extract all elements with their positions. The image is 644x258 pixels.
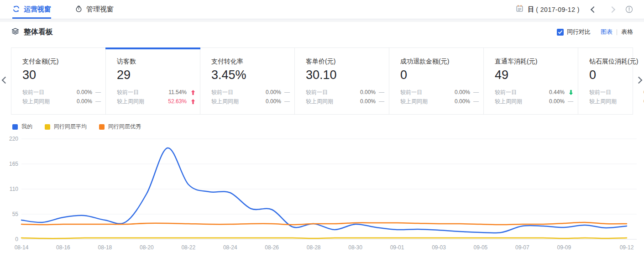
metric-card-ztc-spend[interactable]: 直通车消耗(元) 49 较前一日0.44% 较上周同期0.00%— xyxy=(484,48,578,114)
top-nav: 运营视窗 管理视窗 日 ( 2 xyxy=(0,0,644,19)
operation-window-icon xyxy=(12,5,20,14)
metric-card-conversion-rate[interactable]: 支付转化率 3.45% 较前一日0.00%— 较上周同期0.00%— xyxy=(200,48,295,114)
view-switch-chart[interactable]: 图表 xyxy=(601,28,613,36)
view-switch-table[interactable]: 表格 xyxy=(621,28,633,36)
compare-row-value: 0.00% xyxy=(637,88,644,97)
metric-value: 30 xyxy=(22,68,101,82)
metric-label: 成功退款金额(元) xyxy=(400,58,479,66)
next-date-icon xyxy=(608,5,616,14)
x-tick-label: 09-09 xyxy=(557,244,571,251)
compare-row-value: 0.00% xyxy=(448,97,470,106)
trend-icon: — xyxy=(470,88,479,97)
tab-label: 管理视窗 xyxy=(86,5,114,14)
legend-item-peer-average[interactable]: 同行同层平均 xyxy=(45,123,87,131)
compare-row-value: 0.00% xyxy=(448,88,470,97)
x-tick-label: 09-12 xyxy=(620,244,634,251)
x-tick-label: 09-01 xyxy=(390,244,404,251)
management-window-icon xyxy=(75,5,83,14)
metric-card-pay-amount[interactable]: 支付金额(元) 30 较前一日0.00%— 较上周同期0.00%— xyxy=(11,48,106,114)
x-tick-label: 08-24 xyxy=(223,244,237,251)
compare-row-value: 0.00% xyxy=(354,97,376,106)
legend-item-peer-top[interactable]: 同行同层优秀 xyxy=(99,123,141,131)
compare-row-label: 较前一日 xyxy=(306,88,354,97)
x-tick-label: 08-16 xyxy=(56,244,70,251)
legend-swatch-mine xyxy=(12,124,18,130)
date-controls: 日 ( 2017-09-12 ) xyxy=(516,5,633,14)
compare-row-value: 0.00% xyxy=(637,97,644,106)
x-tick-label: 08-30 xyxy=(348,244,362,251)
x-tick-label: 08-22 xyxy=(181,244,195,251)
legend-item-mine[interactable]: 我的 xyxy=(12,123,32,131)
x-tick-label: 08-20 xyxy=(140,244,154,251)
y-tick-label: 110 xyxy=(10,186,18,192)
info-icon[interactable] xyxy=(625,5,633,13)
trend-icon: — xyxy=(376,97,384,106)
cards-next-icon[interactable] xyxy=(634,74,643,86)
y-tick-label: 0 xyxy=(15,236,18,242)
compare-row-label: 较上周同期 xyxy=(400,97,448,106)
metric-label: 直通车消耗(元) xyxy=(495,58,573,66)
trend-icon xyxy=(187,99,195,104)
compare-row-label: 较上周同期 xyxy=(495,97,543,106)
trend-icon: — xyxy=(376,88,384,97)
metric-card-visitors[interactable]: 访客数 29 较前一日11.54% 较上周同期52.63% xyxy=(106,48,200,114)
compare-row-value: 11.54% xyxy=(165,88,187,97)
x-tick-label: 08-14 xyxy=(15,244,29,251)
legend-label: 同行同层平均 xyxy=(54,123,87,131)
metric-value: 30.10 xyxy=(306,68,384,82)
calendar-icon[interactable] xyxy=(516,5,524,14)
x-tick-label: 08-28 xyxy=(307,244,321,251)
date-granularity[interactable]: 日 xyxy=(528,5,534,14)
compare-row-label: 较前一日 xyxy=(495,88,543,97)
compare-row-label: 较前一日 xyxy=(400,88,448,97)
view-switch-divider xyxy=(617,29,617,35)
x-tick-label: 09-07 xyxy=(515,244,529,251)
x-tick-label: 08-18 xyxy=(98,244,112,251)
metric-value: 3.45% xyxy=(211,68,290,82)
tab-management-window[interactable]: 管理视窗 xyxy=(75,0,114,19)
chart-legend: 我的 同行同层平均 同行同层优秀 xyxy=(12,123,644,131)
trend-chart[interactable]: 05511016522008-1408-1608-1808-2008-2208-… xyxy=(0,132,644,258)
y-tick-label: 55 xyxy=(12,211,19,217)
cards-prev-icon[interactable] xyxy=(1,74,10,86)
active-card-indicator xyxy=(105,47,200,49)
metric-label: 支付金额(元) xyxy=(22,58,101,66)
compare-row-label: 较上周同期 xyxy=(589,97,637,106)
trend-icon: — xyxy=(565,97,573,106)
metric-value: 49 xyxy=(495,68,573,82)
window-tabs: 运营视窗 管理视窗 xyxy=(0,0,114,19)
trend-icon: — xyxy=(470,97,479,106)
compare-row-label: 较上周同期 xyxy=(22,97,70,106)
trend-icon xyxy=(187,90,195,95)
y-tick-label: 220 xyxy=(9,136,18,142)
series-line-1 xyxy=(21,238,627,238)
compare-row-value: 0.00% xyxy=(259,97,281,106)
peer-compare-checkbox[interactable] xyxy=(557,29,564,36)
legend-label: 我的 xyxy=(21,123,32,131)
metric-label: 支付转化率 xyxy=(211,58,290,66)
tab-operation-window[interactable]: 运营视窗 xyxy=(12,0,51,19)
y-tick-label: 165 xyxy=(9,161,18,167)
peer-compare-label[interactable]: 同行对比 xyxy=(567,28,591,36)
tab-label: 运营视窗 xyxy=(24,5,51,14)
compare-row-label: 较前一日 xyxy=(22,88,70,97)
date-range[interactable]: ( 2017-09-12 ) xyxy=(536,6,580,13)
metric-value: 29 xyxy=(117,68,195,82)
board-header: 整体看板 同行对比 图表 表格 xyxy=(0,22,644,42)
legend-swatch-peer-average xyxy=(45,124,50,130)
metric-card-refund-amount[interactable]: 成功退款金额(元) 0 较前一日0.00%— 较上周同期0.00%— xyxy=(389,48,484,114)
metric-cards-row: 支付金额(元) 30 较前一日0.00%— 较上周同期0.00%— 访客数 29… xyxy=(11,47,633,115)
metric-card-avg-order-value[interactable]: 客单价(元) 30.10 较前一日0.00%— 较上周同期0.00%— xyxy=(295,48,389,114)
compare-row-value: 0.00% xyxy=(70,88,92,97)
compare-row-value: 0.44% xyxy=(543,88,565,97)
trend-icon: — xyxy=(281,88,290,97)
x-tick-label: 09-05 xyxy=(474,244,488,251)
compare-row-value: 0.00% xyxy=(543,97,565,106)
active-tab-underline xyxy=(12,17,51,19)
compare-row-value: 52.63% xyxy=(165,97,187,106)
trend-icon: — xyxy=(281,97,290,106)
layers-icon xyxy=(11,27,20,37)
prev-date-icon[interactable] xyxy=(590,5,598,14)
legend-label: 同行同层优秀 xyxy=(108,123,141,131)
trend-icon xyxy=(565,90,573,95)
